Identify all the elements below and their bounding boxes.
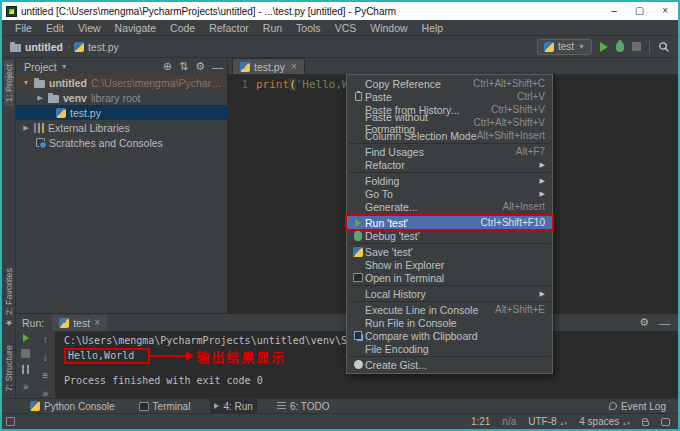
tree-item-root[interactable]: ▼ untitled C:\Users\mengma\PycharmProjec… — [16, 75, 227, 90]
toolwindow-terminal[interactable]: Terminal — [135, 399, 195, 414]
toolwindow-python-console[interactable]: Python Console — [26, 399, 119, 414]
menu-item-save-test[interactable]: Save 'test' — [347, 245, 552, 258]
sidebar-tab-favorites[interactable]: ★ 2: Favorites — [4, 264, 14, 332]
more-icon[interactable]: » — [23, 381, 29, 392]
line-separator-indicator[interactable]: n/a — [502, 416, 516, 427]
updown-arrows-icon: ▲▼ — [622, 420, 630, 426]
menu-item-run-test[interactable]: Run 'test'Ctrl+Shift+F10 — [347, 216, 552, 229]
event-log-button[interactable]: Event Log — [605, 399, 670, 414]
menu-item-debug-test[interactable]: Debug 'test' — [347, 229, 552, 242]
editor-tab-testpy[interactable]: test.py × — [232, 58, 305, 74]
python-file-icon — [56, 108, 66, 118]
stop-button[interactable] — [21, 349, 30, 358]
search-icon[interactable] — [658, 41, 670, 53]
menu-item-find-usages[interactable]: Find UsagesAlt+F7 — [347, 145, 552, 158]
encoding-indicator[interactable]: UTF-8 ▲▼ — [528, 416, 567, 427]
pause-icon[interactable] — [22, 365, 29, 374]
annotation-arrowhead — [186, 351, 194, 361]
pycharm-window: untitled [C:\Users\mengma\PycharmProject… — [0, 0, 680, 431]
menu-run[interactable]: Run — [256, 22, 289, 34]
menu-item-go-to[interactable]: Go To▶ — [347, 187, 552, 200]
github-icon — [354, 360, 363, 369]
run-button[interactable] — [600, 42, 608, 52]
menu-item-refactor[interactable]: Refactor▶ — [347, 158, 552, 171]
menu-edit[interactable]: Edit — [39, 22, 71, 34]
menu-window[interactable]: Window — [363, 22, 414, 34]
rerun-button[interactable] — [23, 334, 29, 342]
run-tab-label: test — [73, 317, 90, 329]
close-icon[interactable]: × — [291, 61, 297, 72]
sidebar-tab-project[interactable]: 1: Project — [4, 60, 14, 106]
menu-item-generate[interactable]: Generate...Alt+Insert — [347, 200, 552, 213]
menu-code[interactable]: Code — [163, 22, 202, 34]
tree-venv-suffix: library root — [91, 92, 141, 104]
code-keyword: print — [256, 78, 289, 91]
menu-navigate[interactable]: Navigate — [108, 22, 163, 34]
menu-item-create-gist[interactable]: Create Gist... — [347, 358, 552, 371]
submenu-arrow-icon: ▶ — [540, 161, 545, 169]
run-toolbar: » ↑ ↓ ≡ » — [16, 331, 56, 398]
collapse-arrow-icon[interactable]: ▶ — [22, 124, 30, 132]
menu-item-run-file-in-console[interactable]: Run File in Console — [347, 316, 552, 329]
menu-view[interactable]: View — [71, 22, 108, 34]
menu-item-open-in-terminal[interactable]: Open in Terminal — [347, 271, 552, 284]
breadcrumb-file[interactable]: test.py — [88, 41, 119, 53]
close-button[interactable]: × — [662, 6, 668, 16]
indent-indicator[interactable]: 4 spaces ▲▼ — [579, 416, 630, 427]
minimize-button[interactable]: – — [611, 6, 617, 16]
soft-wrap-icon[interactable]: ≡ — [42, 370, 48, 381]
menu-item-folding[interactable]: Folding▶ — [347, 174, 552, 187]
run-configuration-select[interactable]: test ▼ — [537, 39, 592, 55]
menu-item-file-encoding[interactable]: File Encoding — [347, 342, 552, 355]
tree-root-name: untitled — [49, 77, 87, 89]
tree-item-scratches[interactable]: Scratches and Consoles — [16, 135, 227, 150]
project-panel: Project ▼ ⊕ ⇅ ⚙ — ▼ untitled — [16, 58, 228, 313]
menu-item-execute-line-in-console[interactable]: Execute Line in ConsoleAlt+Shift+E — [347, 303, 552, 316]
toolwindow-run[interactable]: 4: Run — [210, 399, 256, 414]
inspections-icon[interactable] — [661, 418, 670, 426]
tree-item-testpy[interactable]: test.py — [16, 105, 227, 120]
menu-item-paste[interactable]: PasteCtrl+V — [347, 90, 552, 103]
tool-window-switcher-icon[interactable] — [6, 417, 15, 426]
gear-icon[interactable]: ⚙ — [639, 316, 649, 329]
debug-button[interactable] — [616, 42, 624, 52]
menu-tools[interactable]: Tools — [289, 22, 328, 34]
sidebar-tab-structure[interactable]: 7: Structure — [4, 341, 14, 396]
down-arrow-icon[interactable]: ↓ — [43, 352, 48, 363]
menu-item-column-selection-mode[interactable]: Column Selection ModeAlt+Shift+Insert — [347, 129, 552, 142]
menu-item-compare-with-clipboard[interactable]: Compare with Clipboard — [347, 329, 552, 342]
encoding-label: UTF-8 — [528, 416, 556, 427]
project-panel-title[interactable]: Project — [24, 61, 57, 73]
maximize-button[interactable]: ▢ — [635, 6, 644, 16]
menu-item-copy-reference[interactable]: Copy ReferenceCtrl+Alt+Shift+C — [347, 77, 552, 90]
menu-vcs[interactable]: VCS — [328, 22, 364, 34]
menu-help[interactable]: Help — [415, 22, 451, 34]
console-exit-line: Process finished with exit code 0 — [64, 374, 678, 387]
toolwindow-todo[interactable]: 6: TODO — [273, 399, 334, 414]
menu-item-show-in-explorer[interactable]: Show in Explorer — [347, 258, 552, 271]
up-arrow-icon[interactable]: ↑ — [43, 334, 48, 345]
pycharm-app-icon — [6, 6, 17, 17]
menu-file[interactable]: File — [8, 22, 39, 34]
caret-position[interactable]: 1:21 — [471, 416, 490, 427]
menu-refactor[interactable]: Refactor — [202, 22, 256, 34]
run-tab-test[interactable]: test × — [52, 315, 107, 331]
readonly-lock-icon[interactable] — [642, 421, 649, 426]
locate-icon[interactable]: ⊕ — [163, 60, 172, 73]
breadcrumb-project[interactable]: untitled — [25, 41, 63, 53]
terminal-label: Terminal — [153, 401, 191, 412]
menu-item-paste-without-formatting[interactable]: Paste without FormattingCtrl+Alt+Shift+V — [347, 116, 552, 129]
tree-item-external-libraries[interactable]: ▶ External Libraries — [16, 120, 227, 135]
hide-panel-icon[interactable]: — — [659, 317, 670, 329]
collapse-all-icon[interactable]: ⇅ — [179, 60, 188, 73]
close-icon[interactable]: × — [94, 317, 100, 328]
tree-item-venv[interactable]: ▶ venv library root — [16, 90, 227, 105]
hide-panel-icon[interactable]: — — [212, 61, 223, 73]
run-label: 4: Run — [223, 401, 252, 412]
menu-item-local-history[interactable]: Local History▶ — [347, 287, 552, 300]
expand-arrow-icon[interactable]: ▼ — [22, 79, 30, 86]
stop-button[interactable] — [632, 42, 641, 51]
collapse-arrow-icon[interactable]: ▶ — [36, 94, 44, 102]
tree-venv-name: venv — [63, 92, 87, 104]
gear-icon[interactable]: ⚙ — [195, 60, 205, 73]
